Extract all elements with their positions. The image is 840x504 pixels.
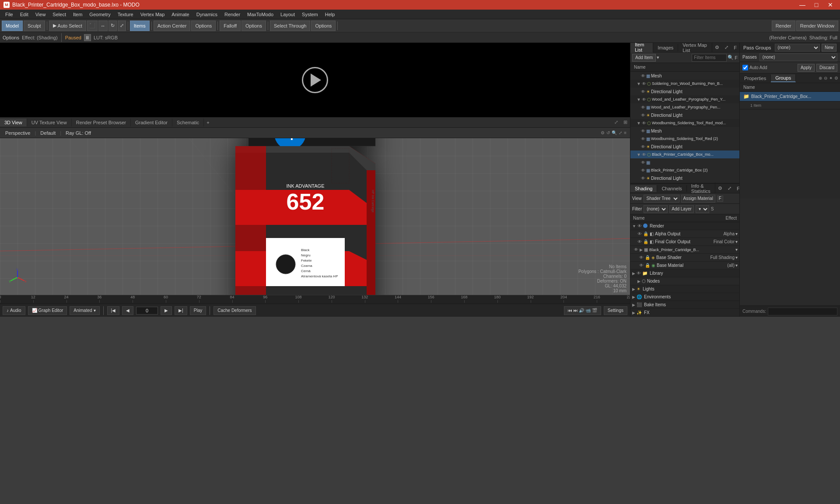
alpha-eye-icon[interactable]: 👁 (637, 231, 642, 236)
close-button[interactable]: ✕ (824, 0, 836, 10)
sculpt-button[interactable]: Sculpt (24, 21, 45, 31)
go-start-button[interactable]: |◀ (107, 306, 120, 315)
vp-gear-icon[interactable]: ≡ (624, 130, 626, 135)
shading-settings-icon[interactable]: ⚙ (715, 185, 725, 192)
toggle-icon[interactable]: ▼ (637, 81, 641, 86)
tab-gradient-editor[interactable]: Gradient Editor (131, 119, 172, 126)
pass-groups-select[interactable]: (none) (775, 44, 820, 52)
graph-editor-button[interactable]: 📈 Graph Editor (28, 306, 67, 315)
tab-render-preset-browser[interactable]: Render Preset Browser (72, 119, 131, 126)
menu-texture[interactable]: Texture (114, 11, 137, 18)
shader-item-black-printer[interactable]: 👁 ▶ ▦ Black_Printer_Cartridge_B... ▾ (630, 246, 739, 254)
add-layer-button[interactable]: Add Layer (669, 205, 694, 213)
settings-button-timeline[interactable]: Settings (604, 306, 627, 315)
menu-layout[interactable]: Layout (277, 11, 298, 18)
toggle-icon[interactable]: ▼ (637, 152, 641, 157)
playback-controls[interactable]: ⏮ ⏭ 🔊 📹 🎬 (564, 306, 601, 315)
menu-animate[interactable]: Animate (168, 11, 192, 18)
auto-add-btn[interactable]: Auto Add (742, 65, 767, 70)
item-list-content[interactable]: 👁 ▦ Mesh ▼ 👁 ⬡ Soldering_Iron_Wood_Burni… (630, 72, 739, 183)
list-item[interactable]: 👁 ☀ Directional Light (630, 111, 739, 119)
minimize-button[interactable]: — (796, 0, 808, 10)
menu-file[interactable]: File (2, 11, 17, 18)
shader-group-lights[interactable]: ▶ ☀ Lights (630, 285, 739, 293)
tab-groups[interactable]: Groups (771, 74, 796, 82)
play-button-timeline[interactable]: Play (190, 306, 206, 315)
vp-maximize-icon[interactable]: ⤢ (619, 130, 622, 135)
panel-lock-icon[interactable]: F (731, 44, 739, 51)
menu-vertex-map[interactable]: Vertex Map (137, 11, 168, 18)
tab-info-statistics[interactable]: Info & Statistics (687, 182, 715, 195)
eye-icon[interactable]: 👁 (641, 176, 645, 181)
select-options-button[interactable]: Options (311, 21, 336, 31)
shader-item-final-color[interactable]: 👁 🔒 ◧ Final Color Output Final Color ▾ (630, 238, 739, 246)
list-item[interactable]: ▼ 👁 ⬡ Soldering_Iron_Wood_Burning_Pen_B.… (630, 80, 739, 88)
list-item[interactable]: 👁 ☀ Directional Light (630, 88, 739, 95)
eye-icon[interactable]: 👁 (641, 129, 645, 133)
eye-icon[interactable]: 👁 (641, 136, 645, 141)
shader-group-environments[interactable]: ▶ 🌐 Environments (630, 293, 739, 301)
rotate-button[interactable]: ↻ (108, 21, 117, 31)
model-button[interactable]: Model (2, 21, 23, 31)
auto-add-checkbox[interactable] (742, 65, 748, 70)
audio-button[interactable]: ♪ Audio (3, 306, 25, 315)
list-item[interactable]: 👁 ▦ Mesh (630, 127, 739, 135)
list-item[interactable]: 👁 ▦ (630, 158, 739, 166)
tab-images[interactable]: Images (653, 44, 678, 51)
panel-settings-icon[interactable]: ⚙ (712, 44, 722, 51)
shading-expand-icon[interactable]: ⤢ (725, 185, 734, 192)
action-center-options-button[interactable]: Options (191, 21, 216, 31)
shader-item-base-shader[interactable]: 👁 🔒 ◈ Base Shader Full Shading ▾ (630, 254, 739, 262)
menu-maxtomodo[interactable]: MaxToModo (244, 11, 277, 18)
cache-deformers-button[interactable]: Cache Deformers (214, 306, 256, 315)
eye-icon[interactable]: 👁 (641, 160, 645, 165)
shader-item-alpha-output[interactable]: 👁 🔒 ◧ Alpha Output Alpha ▾ (630, 230, 739, 238)
final-color-eye-icon[interactable]: 👁 (637, 239, 642, 244)
nodes-expand[interactable]: ▶ (637, 279, 640, 284)
move-button[interactable]: ↔ (98, 21, 108, 31)
tab-3d-view[interactable]: 3D View (0, 119, 27, 126)
menu-render[interactable]: Render (221, 11, 244, 18)
new-pass-button[interactable]: New (822, 44, 836, 52)
shader-group-render[interactable]: ▼ 👁 Render (630, 222, 739, 230)
tab-schematic[interactable]: Schematic (172, 119, 204, 126)
select-through-button[interactable]: Select Through (270, 21, 310, 31)
groups-icon4[interactable]: ⚙ (834, 76, 838, 80)
list-item[interactable]: ▼ 👁 ⬡ Woodburning_Soldering_Tool_Red_mod… (630, 119, 739, 127)
menu-geometry[interactable]: Geometry (86, 11, 114, 18)
add-item-chevron[interactable]: ▾ (657, 55, 659, 60)
falloff-options-button[interactable]: Options (242, 21, 266, 31)
eye-icon[interactable]: 👁 (641, 89, 645, 94)
eye-icon[interactable]: 👁 (642, 81, 646, 86)
passes-select[interactable]: (none) (760, 53, 837, 61)
shader-group-fx[interactable]: ▶ ✨ FX (630, 309, 739, 317)
command-input[interactable] (768, 308, 837, 315)
shader-group-bake-items[interactable]: ▶ ⬛ Bake Items (630, 301, 739, 309)
menu-item[interactable]: Item (70, 11, 86, 18)
shader-group-library[interactable]: ▶ 👁 📁 Library (630, 270, 739, 277)
scale-button[interactable]: ⤢ (118, 21, 126, 31)
tab-uv-texture-view[interactable]: UV Texture View (27, 119, 72, 126)
eye-icon[interactable]: 👁 (641, 113, 645, 118)
filter-items-input[interactable] (692, 54, 727, 62)
list-item[interactable]: 👁 ▦ Black_Printer_Cartridge_Box (2) (630, 166, 739, 174)
menu-system[interactable]: System (298, 11, 322, 18)
list-item[interactable]: 👁 ☀ Directional Light (630, 174, 739, 182)
render-window-button[interactable]: Render Window (796, 21, 838, 31)
render-eye-icon[interactable]: 👁 (637, 224, 642, 228)
menu-select[interactable]: Select (49, 11, 70, 18)
window-controls[interactable]: — □ ✕ (796, 0, 836, 10)
tab-properties[interactable]: Properties (740, 75, 771, 82)
list-item[interactable]: ▼ 👁 ⬡ Wood_and_Leather_Pyrography_Pen_Y.… (630, 95, 739, 103)
add-viewport-tab[interactable]: + (204, 119, 212, 126)
filter-icon[interactable]: 🔍 (728, 55, 734, 60)
assign-lock-icon[interactable]: F (717, 196, 723, 202)
play-button[interactable] (302, 67, 328, 93)
add-layer-type-select[interactable]: ▾ (696, 205, 709, 213)
vp-layout-button[interactable]: ⊞ (621, 119, 630, 125)
library-eye-icon[interactable]: 👁 (637, 271, 641, 276)
shader-tree-select[interactable]: Shader Tree (644, 195, 679, 203)
shader-list[interactable]: ▼ 👁 Render 👁 🔒 ◧ Alpha Output Alpha (630, 222, 739, 317)
eye-icon[interactable]: 👁 (641, 168, 645, 173)
panel-expand-icon[interactable]: ⤢ (722, 44, 731, 51)
